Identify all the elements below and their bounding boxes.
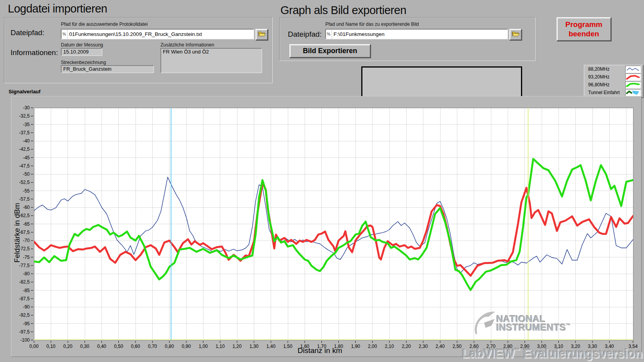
svg-text:2,10: 2,10 — [385, 344, 394, 349]
import-filepath-label: Dateipfad: — [11, 29, 45, 37]
legend-row-tunnel-cursor[interactable]: Tunnel Einfahrt — [584, 89, 643, 96]
extra-info-caption: Zusätzliche Informationen — [161, 42, 214, 48]
svg-text:0,30: 0,30 — [80, 344, 89, 349]
legend-label: 88,20MHz — [588, 66, 610, 72]
export-browse-button[interactable] — [509, 29, 522, 40]
route-caption: Streckenbezeichnung — [61, 60, 106, 65]
svg-text:-97,5: -97,5 — [19, 329, 30, 335]
legend-label: 93,20MHz — [588, 74, 610, 80]
svg-text:0,50: 0,50 — [114, 344, 123, 349]
route-field: FR_Bruck_Ganzstein — [61, 65, 154, 73]
red-line-sample-icon[interactable] — [625, 73, 641, 81]
svg-text:0,90: 0,90 — [182, 344, 191, 349]
quit-button-line2: beenden — [565, 29, 602, 39]
svg-text:1,00: 1,00 — [199, 344, 208, 349]
svg-text:-55: -55 — [23, 188, 30, 194]
date-caption: Datum der Messung — [61, 42, 103, 48]
svg-text:1,20: 1,20 — [232, 344, 242, 349]
svg-text:-30: -30 — [23, 105, 30, 111]
y-axis-label: Feldstärke in dBm — [13, 182, 21, 284]
svg-text:2,20: 2,20 — [402, 344, 411, 349]
svg-text:-37,5: -37,5 — [19, 130, 30, 136]
cursor-sample-icon[interactable] — [625, 89, 641, 96]
svg-text:1,10: 1,10 — [216, 344, 225, 349]
svg-text:0,80: 0,80 — [165, 344, 174, 349]
svg-text:-45: -45 — [23, 155, 30, 160]
svg-text:0,00: 0,00 — [29, 344, 39, 349]
export-filepath-label: Dateipfad: — [288, 30, 322, 39]
svg-text:-75: -75 — [23, 255, 30, 260]
legend-row-88mhz[interactable]: 88,20MHz — [584, 65, 643, 73]
quit-button-line1: Programm — [565, 20, 602, 29]
plot-legend: 88,20MHz 93,20MHz 96,80MHz Tunnel Einfah… — [584, 65, 643, 98]
svg-text:0,70: 0,70 — [148, 344, 157, 349]
import-filepath-control[interactable]: % — [61, 29, 254, 39]
import-filepath-input[interactable] — [68, 29, 253, 39]
x-axis-label: Distanz in km — [257, 346, 382, 355]
svg-text:-47,5: -47,5 — [19, 163, 30, 169]
signal-graph-widget: -30-32,5-35-37,5-40-42,5-45-47,5-50-52,5… — [11, 96, 642, 357]
ni-eagle-logo-icon — [472, 309, 496, 338]
national-instruments-watermark: NATIONAL INSTRUMENTS™ — [472, 309, 571, 338]
svg-text:0,10: 0,10 — [46, 344, 56, 349]
ni-trademark: ™ — [566, 323, 571, 328]
extra-info-field: FR Wien Ö3 und Ö2 — [161, 48, 262, 73]
path-type-icon: % — [61, 29, 68, 39]
import-filepath-caption: Pfad für die auszuwertende Protokolldate… — [61, 21, 148, 27]
svg-text:-65: -65 — [23, 221, 30, 227]
ni-watermark-line2: INSTRUMENTS — [496, 322, 566, 333]
export-image-preview-box — [361, 66, 522, 100]
svg-text:0,20: 0,20 — [63, 344, 73, 349]
folder-open-icon — [258, 31, 266, 38]
import-panel: Dateipfad: Pfad für die auszuwertende Pr… — [4, 17, 273, 83]
svg-text:-40: -40 — [23, 138, 30, 144]
import-browse-button[interactable] — [255, 29, 268, 40]
folder-open-icon — [512, 31, 519, 38]
labview-front-panel: Logdatei importieren Dateipfad: Pfad für… — [0, 0, 644, 362]
svg-text:-42,5: -42,5 — [19, 146, 30, 152]
path-type-icon: % — [326, 29, 332, 39]
graph-title: Signalverlauf — [9, 89, 41, 95]
export-panel: Pfad und Name für das zu exportierende B… — [279, 17, 535, 61]
blue-line-sample-icon[interactable] — [625, 66, 641, 73]
labview-watermark-suffix: Evaluierungsversion — [520, 347, 642, 360]
svg-text:2,40: 2,40 — [435, 344, 445, 349]
svg-text:-87,5: -87,5 — [19, 296, 30, 301]
svg-text:2,30: 2,30 — [419, 344, 428, 349]
legend-label: 96,80MHz — [588, 82, 610, 87]
labview-watermark-tm: ™ — [514, 347, 520, 353]
export-filepath-control[interactable]: % — [325, 29, 508, 39]
legend-label: Tunnel Einfahrt — [588, 90, 620, 95]
export-section-title: Graph als Bild exportieren — [280, 4, 406, 17]
svg-text:-80: -80 — [23, 271, 30, 276]
svg-text:-100: -100 — [20, 337, 30, 343]
svg-text:0,60: 0,60 — [131, 344, 140, 349]
legend-row-96mhz[interactable]: 96,80MHz — [584, 81, 643, 89]
svg-text:-32,5: -32,5 — [19, 113, 30, 119]
export-filepath-input[interactable] — [332, 29, 507, 39]
export-image-button[interactable]: Bild Exportieren — [289, 44, 371, 58]
quit-program-button[interactable]: Programm beenden — [557, 17, 611, 41]
date-field: 15.10.2009 — [61, 48, 102, 56]
svg-text:0,40: 0,40 — [97, 344, 107, 349]
svg-text:-92,5: -92,5 — [19, 312, 30, 318]
import-section-title: Logdatei importieren — [8, 2, 107, 15]
green-line-sample-icon[interactable] — [625, 81, 641, 89]
svg-text:-50: -50 — [23, 171, 30, 177]
svg-text:-90: -90 — [23, 304, 30, 310]
svg-text:-35: -35 — [23, 122, 30, 127]
import-info-label: Informationen: — [11, 48, 58, 57]
svg-text:-85: -85 — [23, 288, 30, 293]
labview-watermark-name: LabVIEW — [462, 347, 514, 360]
svg-text:-95: -95 — [23, 321, 30, 326]
svg-text:-60: -60 — [23, 205, 30, 210]
export-filepath-caption: Pfad und Name für das zu exportierende B… — [325, 21, 419, 27]
svg-text:-70: -70 — [23, 238, 30, 243]
legend-row-93mhz[interactable]: 93,20MHz — [584, 73, 643, 81]
labview-evaluation-watermark: LabVIEW™ Evaluierungsversion — [453, 347, 642, 361]
